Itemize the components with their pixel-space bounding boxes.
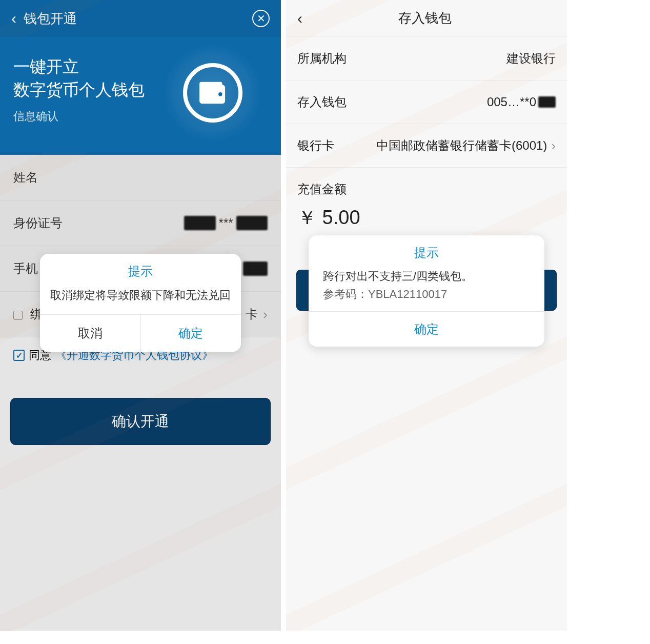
- dialog-confirm-unbind: 提示 取消绑定将导致限额下降和无法兑回 取消 确定: [40, 254, 241, 352]
- page-title: 存入钱包: [294, 9, 556, 27]
- confirm-open-button[interactable]: 确认开通: [10, 398, 271, 445]
- hero: 一键开立 数字货币个人钱包 信息确认: [0, 37, 281, 155]
- ref-code: YBLA12110017: [368, 288, 447, 300]
- card-label: 银行卡: [297, 137, 334, 154]
- phone-suffix-redacted: 113: [243, 261, 268, 276]
- hero-line2: 数字货币个人钱包: [13, 80, 145, 99]
- org-label: 所属机构: [297, 50, 347, 67]
- card-value: 中国邮政储蓄银行储蓄卡(6001) ›: [376, 137, 556, 154]
- dialog-buttons: 取消 确定: [40, 315, 241, 352]
- chevron-right-icon: ›: [551, 138, 556, 154]
- chevron-right-icon: ›: [263, 307, 268, 323]
- svg-rect-0: [199, 82, 222, 87]
- checkbox-empty-icon[interactable]: [13, 311, 23, 320]
- bind-suffix: 卡: [246, 306, 258, 323]
- back-icon[interactable]: ‹: [11, 10, 16, 27]
- row-org: 所属机构 建设银行: [286, 37, 567, 80]
- dialog-title: 提示: [40, 254, 241, 285]
- wallet-redacted: [538, 96, 556, 108]
- org-value: 建设银行: [506, 50, 556, 67]
- dialog-ref: 参考码：YBLA12110017: [323, 285, 530, 303]
- phone-label: 手机: [13, 260, 38, 277]
- bind-partial: 绑: [13, 306, 43, 323]
- row-name[interactable]: 姓名: [0, 155, 281, 200]
- id-suffix-redacted: 2715: [236, 216, 268, 230]
- wallet-value-masked: 005…**0: [487, 95, 536, 109]
- bind-value: 卡 ›: [246, 306, 268, 323]
- name-label: 姓名: [13, 169, 38, 186]
- page-title: 钱包开通: [24, 10, 252, 28]
- dialog-body: 跨行对出不支持三/四类钱包。 参考码：YBLA12110017: [309, 267, 544, 312]
- close-icon[interactable]: ✕: [252, 10, 270, 27]
- row-wallet[interactable]: 存入钱包 005…**0: [286, 80, 567, 124]
- wallet-icon: [183, 63, 242, 123]
- dialog-ok-button[interactable]: 确定: [141, 315, 241, 352]
- id-value: 4210 *** 2715: [184, 216, 268, 230]
- dialog-error: 提示 跨行对出不支持三/四类钱包。 参考码：YBLA12110017 确定: [309, 235, 544, 347]
- screenshot-left: ‹ 钱包开通 ✕ 一键开立 数字货币个人钱包 信息确认 姓名 身份证号: [0, 0, 281, 631]
- dialog-line1: 跨行对出不支持三/四类钱包。: [323, 267, 530, 285]
- id-prefix-redacted: 4210: [184, 216, 215, 230]
- phone-value: 113: [243, 261, 268, 276]
- topbar: ‹ 钱包开通 ✕: [0, 0, 281, 37]
- row-id[interactable]: 身份证号 4210 *** 2715: [0, 200, 281, 246]
- dialog-title: 提示: [309, 235, 544, 267]
- svg-point-1: [218, 92, 222, 96]
- card-value-text: 中国邮政储蓄银行储蓄卡(6001): [376, 137, 547, 154]
- wallet-glow: [164, 44, 261, 142]
- wallet-label: 存入钱包: [297, 94, 347, 110]
- dialog-message: 取消绑定将导致限额下降和无法兑回: [40, 285, 241, 315]
- topbar: ‹ 存入钱包: [286, 0, 567, 37]
- id-label: 身份证号: [13, 215, 63, 231]
- row-card[interactable]: 银行卡 中国邮政储蓄银行储蓄卡(6001) ›: [286, 124, 567, 168]
- dialog-cancel-button[interactable]: 取消: [40, 315, 141, 352]
- checkbox-checked-icon[interactable]: ✓: [13, 350, 25, 361]
- id-mid: ***: [219, 216, 233, 230]
- ref-label: 参考码：: [323, 288, 368, 300]
- hero-line1: 一键开立: [13, 57, 79, 76]
- amount-label: 充值金额: [286, 168, 567, 203]
- screenshot-right: ‹ 存入钱包 所属机构 建设银行 存入钱包 005…**0 银行卡 中国邮政储蓄…: [286, 0, 567, 631]
- wallet-value: 005…**0: [487, 95, 556, 109]
- dialog-ok-button[interactable]: 确定: [309, 312, 544, 347]
